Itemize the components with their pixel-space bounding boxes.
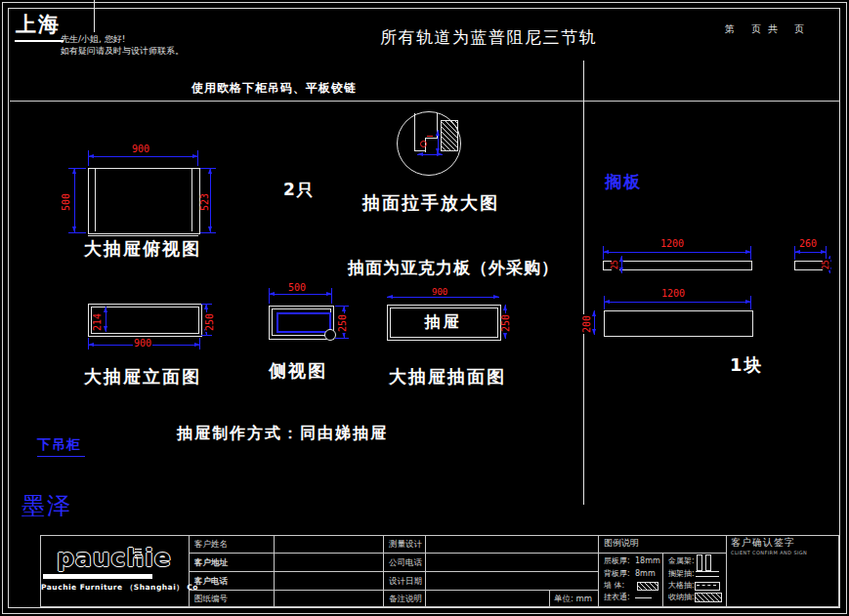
titleblock-line — [189, 571, 598, 572]
legend-layer-value: 18mm — [635, 556, 660, 566]
dim-ext-line — [269, 288, 270, 304]
cad-sheet: 上海 先生/小姐, 您好! 如有疑问请及时与设计师联系。 所有轨道为蓝普阻尼三节… — [0, 0, 849, 616]
dim-arrow — [592, 329, 596, 335]
legend-back-value: 8mm — [635, 569, 656, 579]
side-view-caption: 侧视图 — [269, 362, 327, 380]
detail-red-marker — [420, 141, 427, 147]
handle-detail-caption: 抽面拉手放大图 — [362, 194, 499, 212]
dim-text: 200 — [582, 314, 592, 334]
top-view-inner-line-right — [191, 169, 192, 231]
titleblock-line — [40, 535, 839, 536]
dim-arrow — [88, 154, 94, 158]
dim-arrow — [208, 168, 212, 174]
dim-arrow — [88, 343, 94, 347]
dim-ext-line — [335, 338, 349, 339]
dim-line — [210, 168, 211, 232]
brand-signature: 墨泽 — [21, 490, 72, 521]
dim-arrow — [387, 295, 393, 299]
dim-ext-line — [68, 232, 86, 233]
legend-hang-swatch — [635, 597, 652, 598]
dim-arrow — [794, 250, 800, 254]
dim-text: 250 — [501, 313, 511, 333]
dim-arrow — [204, 304, 208, 309]
dim-line — [603, 252, 751, 253]
hardware-note: 使用欧格下柜吊码、平板铰链 — [191, 80, 357, 97]
top-view-inner-line-left — [95, 169, 96, 231]
section-label: 下吊柜 — [37, 436, 85, 457]
dim-arrow — [503, 305, 507, 310]
dim-arrow — [745, 300, 751, 304]
sign-subtitle: CLIENT CONFIRM AND SIGN — [731, 550, 807, 555]
dim-arrow — [342, 306, 346, 311]
company-name: Pauchie Furniture （Shanghai） Co — [41, 583, 198, 593]
titleblock-line — [662, 553, 663, 607]
logo-underline-bar — [43, 574, 152, 579]
titleblock-line — [598, 535, 599, 607]
dim-arrow — [72, 168, 76, 174]
dim-arrow — [503, 333, 507, 339]
detail-red-tick — [427, 136, 433, 137]
logo-mark — [135, 549, 142, 558]
track-note: 所有轨道为蓝普阻尼三节轨 — [380, 26, 597, 49]
legend-bigdrawer-label: 大格抽: — [668, 581, 695, 591]
face-view-label: 抽屉 — [387, 312, 499, 333]
dim-arrow — [745, 250, 751, 254]
field-company-phone: 公司电话 — [389, 557, 422, 567]
acrylic-note: 抽面为亚克力板（外采购） — [348, 260, 559, 276]
dim-line — [74, 168, 75, 232]
making-note: 抽屉制作方式：同由娣抽屉 — [177, 426, 388, 441]
dim-arrow — [208, 226, 212, 232]
field-drawing-number: 图纸编号 — [194, 594, 228, 603]
titleblock-line — [549, 590, 550, 607]
legend-metal-swatch — [697, 554, 702, 571]
dim-ext-line — [200, 232, 216, 233]
dim-arrow — [104, 326, 107, 332]
field-remarks: 备注说明 — [389, 594, 422, 603]
dim-text: 1200 — [659, 239, 685, 249]
legend-back-label: 背板厚: — [604, 569, 630, 579]
legend-layer-label: 层板厚: — [604, 556, 630, 566]
side-view-drawer-profile — [276, 312, 331, 333]
shelf-plan-rect — [604, 310, 753, 337]
dim-ext-line — [197, 150, 198, 166]
dim-line — [604, 302, 751, 303]
dim-text: 260 — [798, 239, 818, 249]
legend-metal-swatch — [705, 554, 711, 571]
section-divider-line — [583, 61, 584, 505]
shelf-front-rect — [603, 261, 752, 270]
sign-title: 客户确认签字 — [731, 537, 795, 549]
detail-hatch-block — [441, 120, 458, 151]
dim-arrow — [619, 267, 623, 273]
company-logo: pauchie — [57, 544, 172, 572]
dim-line — [387, 297, 499, 298]
dim-text: 900 — [131, 144, 150, 154]
field-customer-address: 客户地址 — [194, 557, 228, 567]
dim-text: 1200 — [660, 289, 686, 299]
field-design-date: 设计日期 — [389, 576, 422, 586]
legend-storage-swatch — [695, 593, 722, 602]
legend-storage-label: 收纳抽: — [668, 593, 695, 602]
legend-wall-swatch — [637, 582, 658, 591]
dim-text: 500 — [62, 192, 71, 212]
dim-arrow — [194, 343, 200, 347]
legend-metal-label: 金属架: — [668, 556, 695, 566]
dim-text: 25 — [823, 259, 830, 270]
dim-line — [269, 294, 332, 295]
dim-text: 900 — [431, 288, 448, 297]
dim-arrow — [72, 226, 76, 232]
dim-ext-line — [88, 150, 89, 166]
legend-hang-label: 挂衣通: — [604, 593, 630, 602]
legend-rack-swatch — [696, 571, 719, 577]
face-view-caption: 大抽屉抽面图 — [389, 368, 506, 386]
shelf-section-title: 搁板 — [605, 171, 642, 193]
legend-title: 图例说明 — [604, 538, 639, 549]
shelf-count-note: 1块 — [730, 356, 764, 374]
side-view-balloon — [324, 329, 336, 341]
header-tick-line — [94, 0, 95, 32]
unit-label: 单位: mm — [554, 594, 592, 603]
top-view-rect — [88, 168, 200, 234]
dim-arrow — [269, 292, 275, 296]
greeting-line-2: 如有疑问请及时与设计师联系。 — [61, 45, 184, 58]
field-customer-name: 客户姓名 — [194, 539, 228, 549]
dim-text: 250 — [205, 312, 215, 332]
